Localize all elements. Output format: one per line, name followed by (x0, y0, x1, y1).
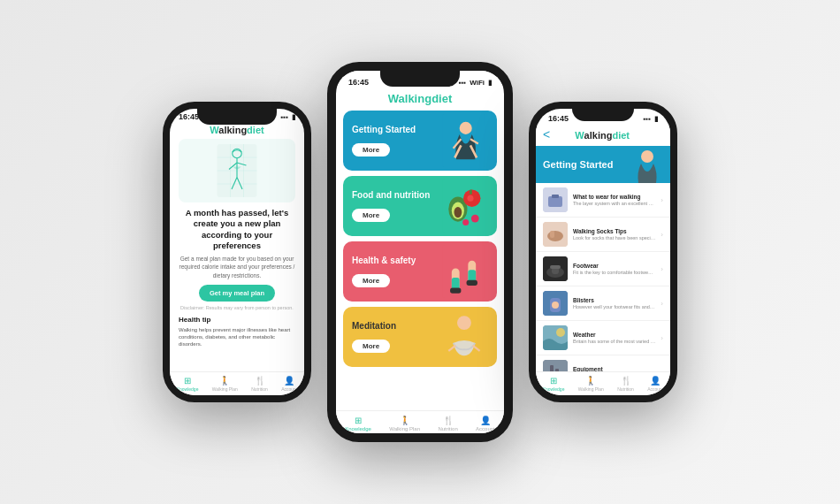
chevron-icon-3: › (661, 300, 663, 308)
svg-rect-42 (552, 195, 559, 198)
nav-account-right[interactable]: 👤 Account (647, 376, 663, 392)
illustration-svg (215, 144, 259, 197)
battery-icon-right: ▮ (654, 115, 658, 123)
walking-icon-right: 🚶 (585, 376, 596, 386)
svg-point-26 (462, 219, 469, 225)
section-thumb (628, 146, 663, 183)
health-svg (439, 245, 488, 298)
article-item-4[interactable]: Weather Britain has some of the most var… (536, 321, 670, 355)
bottom-nav-center: ⊞ Knowledge 🚶 Walking Plan 🍴 Nutrition 👤… (336, 410, 504, 433)
article-desc-0: The layer system with an excellent outd.… (573, 201, 655, 206)
left-content: Walkingdiet (170, 121, 304, 390)
card-food-nutrition[interactable]: Food and nutrition More (343, 176, 497, 236)
article-title-0: What to wear for walking (573, 194, 655, 200)
meal-plan-button[interactable]: Get my meal plan (199, 285, 275, 302)
card-getting-started[interactable]: Getting Started More (343, 111, 497, 171)
article-title-1: Walking Socks Tips (573, 228, 655, 234)
nav-account-left[interactable]: 👤 Account (281, 376, 297, 392)
more-btn-health[interactable]: More (352, 274, 390, 287)
article-title-3: Blisters (573, 297, 655, 303)
article-desc-1: Look for socks that have been specifical… (573, 235, 655, 241)
article-thumb-3 (543, 291, 568, 316)
walking-label-left: Walking Plan (212, 386, 238, 392)
account-label-center: Account (476, 426, 495, 431)
phone-right: 16:45 ▪▪▪ ▮ < Walkingdiet Getting Star (529, 102, 677, 402)
back-arrow[interactable]: < (543, 127, 550, 141)
svg-point-21 (454, 207, 462, 218)
svg-rect-24 (470, 189, 472, 194)
nutrition-label-right: Nutrition (617, 386, 634, 392)
walking-label-center: Walking Plan (389, 426, 420, 431)
card-img-food (439, 179, 488, 233)
notch-right (572, 109, 634, 121)
card-text-health: Health & safety More (352, 256, 439, 287)
card-health-safety[interactable]: Health & safety More (343, 241, 497, 302)
nutrition-icon-right: 🍴 (621, 376, 631, 386)
card-title-health: Health & safety (352, 256, 439, 266)
logo-w-right: W (575, 130, 584, 141)
walking-icon-left: 🚶 (219, 376, 230, 386)
nav-knowledge-left[interactable]: ⊞ Knowledge (177, 376, 199, 392)
section-thumb-svg (628, 146, 663, 183)
nav-nutrition-left[interactable]: 🍴 Nutrition (251, 376, 268, 392)
more-btn-meditation[interactable]: More (352, 340, 390, 353)
more-btn-getting-started[interactable]: More (352, 143, 390, 157)
svg-rect-49 (550, 265, 561, 269)
logo-diet-left: diet (247, 125, 264, 135)
article-desc-4: Britain has some of the most varied wal.… (573, 339, 655, 344)
nav-walking-right[interactable]: 🚶 Walking Plan (578, 376, 604, 392)
article-item-1[interactable]: Walking Socks Tips Look for socks that h… (536, 218, 670, 252)
card-img-getting-started (439, 114, 488, 167)
nav-walking-left[interactable]: 🚶 Walking Plan (212, 376, 238, 392)
nav-knowledge-right[interactable]: ⊞ Knowledge (543, 376, 565, 392)
card-meditation[interactable]: Meditation More (343, 307, 497, 367)
article-desc-2: Fit is the key to comfortable footwear. … (573, 270, 655, 275)
nav-walking-center[interactable]: 🚶 Walking Plan (389, 416, 420, 431)
nav-nutrition-center[interactable]: 🍴 Nutrition (438, 416, 457, 431)
article-thumb-2 (543, 256, 568, 281)
walking-icon-center: 🚶 (400, 416, 410, 425)
nav-account-center[interactable]: 👤 Account (476, 416, 495, 431)
notch-center (380, 71, 460, 87)
logo-left: Walkingdiet (179, 125, 295, 135)
getting-started-svg (439, 114, 488, 167)
chevron-icon-2: › (661, 265, 663, 273)
card-text-food: Food and nutrition More (352, 190, 439, 222)
nav-nutrition-right[interactable]: 🍴 Nutrition (617, 376, 634, 392)
phone-left: 16:45 ▪▪▪ ▮ Walkingdiet (163, 102, 311, 402)
article-title-4: Weather (573, 332, 655, 338)
thumb-svg-1 (543, 222, 568, 247)
svg-point-54 (556, 328, 565, 337)
account-icon-center: 👤 (480, 416, 491, 425)
scene: 16:45 ▪▪▪ ▮ Walkingdiet (0, 0, 840, 504)
article-item-2[interactable]: Footwear Fit is the key to comfortable f… (536, 252, 670, 286)
svg-point-25 (471, 215, 479, 223)
phone-center-inner: 16:45 ▪▪▪ WiFi ▮ Walkingdiet Getting Sta… (336, 71, 504, 433)
article-item-0[interactable]: What to wear for walking The layer syste… (536, 183, 670, 218)
notch-left (197, 109, 277, 125)
account-label-left: Account (281, 386, 297, 392)
knowledge-icon-left: ⊞ (184, 376, 191, 386)
signal-icon-center: ▪▪▪ (459, 79, 467, 87)
svg-point-52 (552, 302, 559, 309)
thumb-svg-0 (543, 187, 568, 212)
article-item-3[interactable]: Blisters However well your footwear fits… (536, 286, 670, 321)
article-info-4: Weather Britain has some of the most var… (573, 332, 655, 344)
nutrition-label-left: Nutrition (251, 386, 268, 392)
svg-point-23 (467, 195, 473, 202)
bottom-nav-right: ⊞ Knowledge 🚶 Walking Plan 🍴 Nutrition 👤… (536, 371, 670, 395)
knowledge-label-left: Knowledge (177, 386, 199, 392)
more-btn-food[interactable]: More (352, 209, 390, 222)
account-icon-left: 👤 (284, 376, 294, 386)
article-list: What to wear for walking The layer syste… (536, 183, 670, 393)
meditation-svg (439, 310, 488, 363)
svg-rect-32 (450, 288, 461, 294)
logo-diet-center: diet (431, 92, 452, 105)
svg-point-44 (547, 231, 563, 241)
article-desc-3: However well your footwear fits and ha..… (573, 304, 655, 309)
logo-alking-right: alking (584, 130, 613, 141)
nutrition-label-center: Nutrition (438, 426, 457, 431)
svg-point-13 (460, 122, 472, 134)
card-list: Getting Started More (336, 111, 504, 367)
nav-knowledge-center[interactable]: ⊞ Knowledge (345, 416, 371, 431)
